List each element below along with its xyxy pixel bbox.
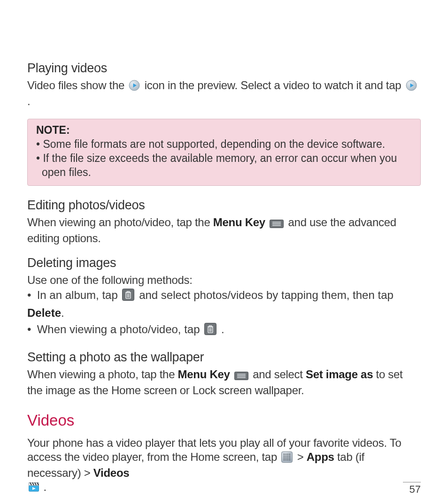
section-editing: Editing photos/videos When viewing an ph… (27, 198, 421, 245)
trash-icon (122, 289, 134, 305)
text: and select (253, 368, 306, 381)
svg-point-36 (289, 459, 291, 461)
svg-point-28 (289, 456, 291, 457)
note-list: Some file formats are not supported, dep… (36, 137, 412, 180)
heading-videos: Videos (27, 412, 421, 429)
heading-wallpaper: Setting a photo as the wallpaper (27, 350, 421, 365)
svg-point-31 (287, 458, 289, 459)
text: icon in the preview. Select a video to w… (145, 79, 404, 92)
bullet-dot: • (27, 321, 34, 338)
section-deleting: Deleting images Use one of the following… (27, 256, 421, 340)
bullet-item: • When viewing a photo/video, tap . (27, 321, 421, 340)
svg-point-23 (287, 454, 289, 455)
svg-rect-20 (282, 452, 293, 463)
section-playing-videos: Playing videos Video files show the icon… (27, 61, 421, 108)
bullet-item: • In an album, tap and select photos/vid… (27, 287, 421, 322)
page-number-box: 57 (403, 482, 421, 496)
text: When viewing an photo/video, tap the (27, 216, 213, 229)
svg-point-35 (287, 459, 289, 461)
manual-page: Playing videos Video files show the icon… (0, 0, 448, 504)
svg-point-22 (286, 454, 287, 455)
svg-point-34 (286, 459, 287, 461)
text: . (61, 306, 64, 319)
heading-playing-videos: Playing videos (27, 61, 421, 76)
svg-point-25 (284, 456, 285, 457)
text: > (297, 451, 307, 463)
paragraph-wallpaper: When viewing a photo, tap the Menu Key a… (27, 367, 421, 397)
note-box: NOTE: Some file formats are not supporte… (27, 119, 421, 186)
play-circle-icon (129, 80, 140, 94)
menu-key-label: Menu Key (178, 368, 230, 381)
text: . (27, 95, 30, 107)
svg-point-29 (284, 458, 285, 459)
section-wallpaper: Setting a photo as the wallpaper When vi… (27, 350, 421, 397)
text: and select photos/videos by tapping them… (139, 289, 394, 301)
text: Video files show the (27, 79, 127, 92)
play-circle-icon (406, 80, 417, 94)
heading-deleting: Deleting images (27, 256, 421, 270)
text: . (43, 481, 46, 493)
apps-grid-icon (281, 451, 293, 466)
svg-point-21 (284, 454, 285, 455)
note-label: NOTE: (36, 124, 412, 137)
note-item: If the file size exceeds the available m… (36, 152, 412, 180)
svg-point-33 (284, 459, 285, 461)
menu-key-label: Menu Key (213, 216, 265, 229)
svg-point-26 (286, 456, 287, 457)
svg-point-30 (286, 458, 287, 459)
heading-editing: Editing photos/videos (27, 198, 421, 213)
svg-point-24 (289, 454, 291, 455)
svg-point-32 (289, 458, 291, 459)
bullet-dot: • (27, 287, 34, 304)
text: When viewing a photo/video, tap (37, 323, 203, 336)
menu-key-icon (234, 369, 248, 383)
apps-label: Apps (307, 451, 334, 463)
paragraph-editing: When viewing an photo/video, tap the Men… (27, 215, 421, 245)
paragraph-playing-videos: Video files show the icon in the preview… (27, 78, 421, 108)
menu-key-icon (270, 217, 284, 231)
paragraph-deleting-intro: Use one of the following methods: (27, 273, 421, 287)
set-image-as-label: Set image as (306, 368, 373, 381)
text: In an album, tap (37, 289, 121, 301)
page-number: 57 (403, 483, 421, 496)
note-item: Some file formats are not supported, dep… (36, 137, 412, 152)
videos-app-label: Videos (93, 466, 129, 479)
delete-label: Delete (27, 306, 61, 319)
video-clapper-icon (29, 481, 39, 495)
page-number-rule (403, 482, 421, 482)
text: . (221, 323, 224, 336)
svg-point-27 (287, 456, 289, 457)
trash-icon (204, 323, 216, 340)
paragraph-videos: Your phone has a video player that lets … (27, 436, 421, 495)
text: When viewing a photo, tap the (27, 368, 178, 381)
